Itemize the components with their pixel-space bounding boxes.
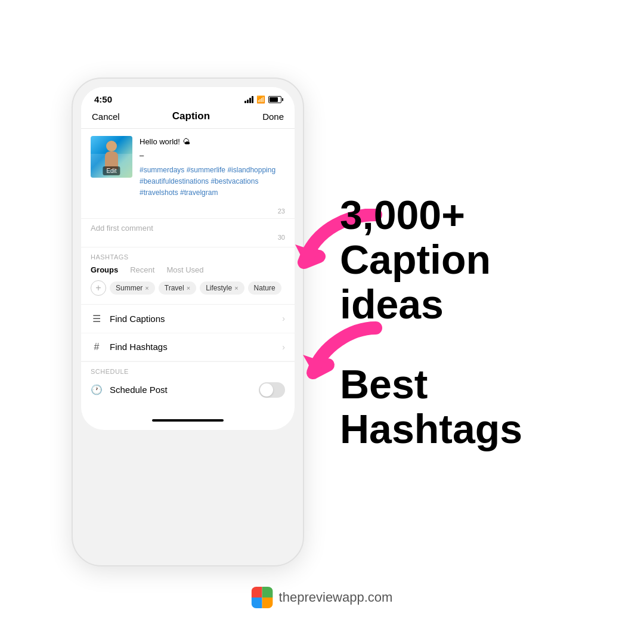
chip-nature[interactable]: Nature bbox=[248, 281, 281, 295]
add-chip-button[interactable]: + bbox=[91, 280, 106, 296]
menu-section: ☰ Find Captions › # Find Hashtags › bbox=[81, 304, 295, 361]
find-captions-item[interactable]: ☰ Find Captions › bbox=[81, 305, 295, 333]
schedule-section: SCHEDULE 🕐 Schedule Post bbox=[81, 361, 295, 404]
caption-dash: – bbox=[140, 150, 285, 162]
bottom-headline-line1: Best bbox=[340, 362, 608, 407]
schedule-toggle[interactable] bbox=[259, 382, 285, 398]
tab-recent[interactable]: Recent bbox=[130, 265, 154, 274]
hashtags-label: HASHTAGS bbox=[91, 253, 285, 261]
home-indicator bbox=[81, 404, 295, 430]
hashtag-tabs: Groups Recent Most Used bbox=[91, 265, 285, 274]
page-container: 4:50 📶 Cancel Caption bbox=[0, 0, 644, 644]
branding: thepreviewapp.com bbox=[252, 587, 393, 608]
find-hashtags-item[interactable]: # Find Hashtags › bbox=[81, 333, 295, 361]
chip-lifestyle[interactable]: Lifestyle × bbox=[200, 281, 244, 295]
post-caption[interactable]: Hello world! 🌤 – #summerdays #summerlife… bbox=[140, 136, 285, 199]
comment-char-count: 30 bbox=[91, 233, 285, 242]
battery-icon bbox=[268, 96, 281, 103]
find-hashtags-label: Find Hashtags bbox=[110, 342, 168, 352]
comment-input[interactable]: Add first comment bbox=[91, 224, 285, 233]
lines-icon: ☰ bbox=[91, 313, 103, 324]
hashtag-chips: + Summer × Travel × Lifestyle × Nature bbox=[91, 280, 285, 296]
caption-char-count: 23 bbox=[81, 206, 295, 218]
schedule-post-label: Schedule Post bbox=[110, 385, 168, 395]
status-icons: 📶 bbox=[244, 95, 281, 104]
chevron-right-icon-2: › bbox=[282, 342, 285, 352]
schedule-row: 🕐 Schedule Post bbox=[91, 379, 285, 401]
phone-inner: 4:50 📶 Cancel Caption bbox=[81, 87, 295, 430]
cancel-button[interactable]: Cancel bbox=[92, 112, 120, 122]
status-bar: 4:50 📶 bbox=[81, 87, 295, 107]
signal-icon bbox=[244, 96, 253, 103]
tab-most-used[interactable]: Most Used bbox=[166, 265, 203, 274]
find-captions-label: Find Captions bbox=[110, 314, 165, 324]
logo-quadrant-3 bbox=[252, 597, 262, 608]
clock-icon: 🕐 bbox=[91, 384, 103, 395]
status-time: 4:50 bbox=[94, 94, 112, 104]
chevron-right-icon: › bbox=[282, 314, 285, 323]
post-image-container[interactable]: Edit bbox=[91, 136, 132, 178]
logo-quadrant-2 bbox=[262, 587, 273, 597]
done-button[interactable]: Done bbox=[262, 112, 284, 122]
top-headline-line3: ideas bbox=[340, 282, 608, 327]
top-headline-line1: 3,000+ bbox=[340, 193, 608, 237]
caption-hashtags: #summerdays #summerlife #islandhopping #… bbox=[140, 165, 285, 199]
nav-bar: Cancel Caption Done bbox=[81, 107, 295, 129]
screen-title: Caption bbox=[172, 110, 210, 122]
tab-groups[interactable]: Groups bbox=[91, 265, 118, 274]
top-headline-line2: Caption bbox=[340, 237, 608, 282]
logo-quadrant-4 bbox=[262, 597, 273, 608]
top-headline: 3,000+ Caption ideas bbox=[340, 193, 608, 326]
brand-logo bbox=[252, 587, 273, 608]
logo-quadrant-1 bbox=[252, 587, 262, 597]
right-content: 3,000+ Caption ideas Best Hashtags bbox=[304, 193, 608, 451]
bottom-headline-line2: Hashtags bbox=[340, 407, 608, 451]
hash-icon: # bbox=[91, 342, 103, 352]
hashtags-section: HASHTAGS Groups Recent Most Used + Summe… bbox=[81, 247, 295, 302]
toggle-knob bbox=[260, 383, 273, 397]
wifi-icon: 📶 bbox=[256, 95, 265, 104]
schedule-label: SCHEDULE bbox=[91, 368, 285, 375]
home-bar bbox=[152, 419, 224, 422]
edit-badge[interactable]: Edit bbox=[103, 166, 120, 175]
comment-area[interactable]: Add first comment 30 bbox=[81, 218, 295, 247]
caption-line1: Hello world! 🌤 bbox=[140, 136, 285, 148]
brand-url: thepreviewapp.com bbox=[279, 590, 393, 605]
chip-travel[interactable]: Travel × bbox=[159, 281, 196, 295]
phone-mockup: 4:50 📶 Cancel Caption bbox=[72, 78, 304, 566]
chip-summer[interactable]: Summer × bbox=[110, 281, 155, 295]
bottom-headline: Best Hashtags bbox=[340, 362, 608, 451]
post-area: Edit Hello world! 🌤 – #summerdays #summe… bbox=[81, 129, 295, 206]
